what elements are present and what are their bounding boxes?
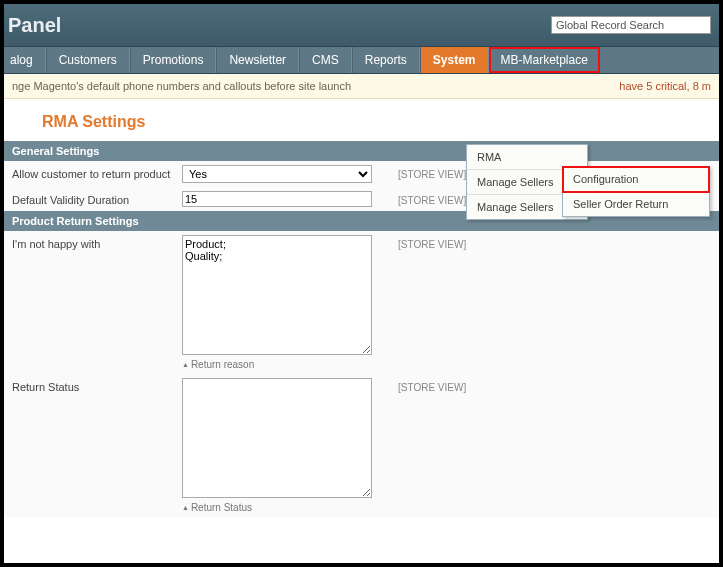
nav-mb-marketplace[interactable]: MB-Marketplace [489,47,600,73]
label-not-happy-with: I'm not happy with [12,235,182,250]
scope-allow-return: [STORE VIEW] [398,165,466,180]
notice-bar: nge Magento's default phone numbers and … [4,74,719,99]
main-nav: alog Customers Promotions Newsletter CMS… [4,46,719,74]
nav-system[interactable]: System [420,47,489,73]
page-title: RMA Settings [42,113,145,130]
hint-return-reason: Return reason [182,359,382,370]
scope-not-happy-with: [STORE VIEW] [398,235,466,250]
scope-return-status: [STORE VIEW] [398,378,466,393]
input-validity-duration[interactable] [182,191,372,207]
textarea-return-status[interactable] [182,378,372,498]
label-return-status: Return Status [12,378,182,393]
page-title-row: RMA Settings [4,99,719,141]
row-not-happy-with: I'm not happy with Product; Quality; Ret… [4,231,719,374]
submenu-seller-order-return[interactable]: Seller Order Return [563,192,709,216]
nav-catalog[interactable]: alog [4,47,46,73]
row-return-status: Return Status Return Status [STORE VIEW] [4,374,719,517]
marketplace-submenu: Configuration Seller Order Return [562,166,710,217]
nav-reports[interactable]: Reports [352,47,420,73]
select-allow-return[interactable]: Yes [182,165,372,183]
header-bar: Panel [4,4,719,46]
section-general-head: General Settings [4,141,719,161]
product-return-form: I'm not happy with Product; Quality; Ret… [4,231,719,517]
notice-text: nge Magento's default phone numbers and … [12,80,351,92]
submenu-configuration[interactable]: Configuration [563,167,709,192]
global-search-input[interactable] [551,16,711,34]
notice-critical: have 5 critical, 8 m [619,80,711,92]
scope-validity-duration: [STORE VIEW] [398,191,466,206]
hint-return-status: Return Status [182,502,382,513]
nav-promotions[interactable]: Promotions [130,47,217,73]
textarea-return-reason[interactable]: Product; Quality; [182,235,372,355]
nav-newsletter[interactable]: Newsletter [216,47,299,73]
label-validity-duration: Default Validity Duration [12,191,182,206]
nav-customers[interactable]: Customers [46,47,130,73]
panel-title: Panel [8,14,61,37]
label-allow-return: Allow customer to return product [12,165,182,180]
nav-cms[interactable]: CMS [299,47,352,73]
